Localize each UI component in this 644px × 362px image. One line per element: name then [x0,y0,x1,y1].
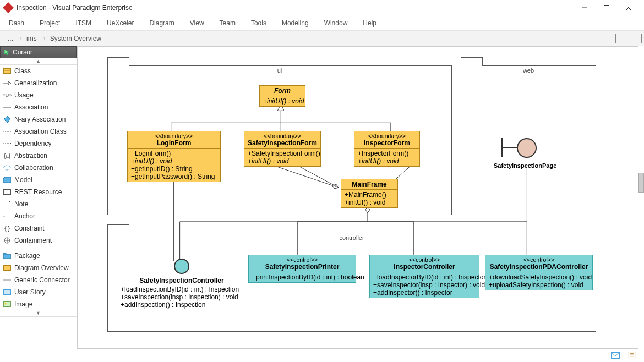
menu-uexceler[interactable]: UeXceler [107,19,134,27]
diagram-canvas[interactable]: ui web controller Form +initUI() : void [77,46,638,349]
contain-icon [3,237,11,244]
package-ui-label: ui [108,67,451,74]
svg-rect-17 [3,253,6,255]
toolbar-icon-1[interactable] [615,34,625,43]
palette-item-note[interactable]: Note [0,198,77,210]
palette-collapse-bottom[interactable]: ▼ [0,310,77,317]
maximize-button[interactable] [596,0,618,15]
svg-rect-45 [629,352,635,359]
mail-icon[interactable] [611,352,620,359]
class-safetyinspectionpdacontroller[interactable]: <<control>> SafetyInspectionPDAControlle… [485,255,593,290]
palette-item-containment[interactable]: Containment [0,234,77,246]
status-bar [0,349,644,362]
rest-icon [3,189,11,195]
us-icon [3,289,11,295]
palette-item-abstraction[interactable]: {a}Abstraction [0,150,77,162]
svg-point-10 [4,166,10,170]
usage-icon: «U» [3,92,11,98]
menu-window[interactable]: Window [324,19,348,27]
package-icon [3,253,11,259]
package-web-label: web [461,67,596,74]
class-safetyinspectionprinter[interactable]: <<control>> SafetyInspectionPrinter +pri… [248,255,356,283]
menu-diagram[interactable]: Diagram [149,19,174,27]
menu-tools[interactable]: Tools [251,19,266,27]
svg-rect-11 [4,190,11,195]
canvas-wrap: com.vp.demo.ims [77,46,644,349]
class-loginform[interactable]: <<boundary>> LoginForm +LoginForm() +ini… [127,131,221,182]
breadcrumb-bar: ... ims System Overview [0,31,644,46]
palette-item-n-ary-association[interactable]: N-ary Association [0,113,77,125]
breadcrumb-ims[interactable]: ims [21,34,42,43]
scrollbar-thumb[interactable] [638,173,644,193]
svg-point-22 [5,303,7,305]
palette-item-collaboration[interactable]: Collaboration [0,162,77,174]
svg-rect-1 [604,5,609,10]
menu-help[interactable]: Help [363,19,376,27]
assoc-icon [3,104,11,111]
dep-icon [3,140,11,147]
title-bar: Inspection - Visual Paradigm Enterprise [0,0,644,15]
menu-view[interactable]: View [190,19,204,27]
palette-item-generalization[interactable]: Generalization [0,77,77,89]
class-safetyinspectionform[interactable]: <<boundary>> SafetyInspectionForm +Safet… [244,131,321,167]
constraint-icon: { } [3,225,11,232]
svg-rect-4 [4,69,11,74]
abstr-icon: {a} [3,152,11,159]
class-inspectorcontroller[interactable]: <<control>> InspectorController +loadIns… [369,255,479,298]
menu-modeling[interactable]: Modeling [282,19,309,27]
palette-item-class[interactable]: Class [0,65,77,77]
tool-palette: Cursor ▲ ClassGeneralization«U»UsageAsso… [0,46,77,349]
class-safetyinspectionpage-label: SafetyInspectionPage [494,162,556,169]
note-icon [3,201,11,207]
palette-item-rest-resource[interactable]: REST Resource [0,186,77,198]
model-icon [3,177,11,183]
palette-item-user-story[interactable]: User Story [0,286,77,298]
class-icon [3,68,11,74]
minimize-button[interactable] [574,0,596,15]
menu-itsm[interactable]: ITSM [75,19,91,27]
toolbar-icon-2[interactable] [632,34,642,43]
note-icon[interactable] [627,352,636,359]
gen-icon [3,80,11,86]
svg-rect-20 [4,290,11,295]
nary-icon [3,116,11,123]
palette-item-image[interactable]: Image [0,298,77,310]
palette-item-usage[interactable]: «U»Usage [0,89,77,101]
palette-item-dependency[interactable]: Dependency [0,138,77,150]
palette-item-generic-connector[interactable]: Generic Connector [0,274,77,286]
svg-rect-21 [4,302,11,307]
class-mainframe[interactable]: MainFrame +MainFrame() +initUI() : void [341,179,398,208]
svg-rect-18 [4,266,11,271]
menu-team[interactable]: Team [220,19,236,27]
palette-item-model[interactable]: Model [0,174,77,186]
package-controller-label: controller [108,234,596,241]
svg-point-43 [174,259,189,273]
window-title: Inspection - Visual Paradigm Enterprise [17,4,574,12]
menu-bar: Dash Project ITSM UeXceler Diagram View … [0,15,644,31]
assocclass-icon [3,128,11,135]
menu-dash[interactable]: Dash [9,19,24,27]
palette-cursor-label: Cursor [13,48,32,56]
img-icon [3,301,11,308]
class-form[interactable]: Form +initUI() : void [259,85,305,107]
app-logo-icon [3,2,14,13]
palette-cursor[interactable]: Cursor [0,46,77,58]
palette-collapse-top[interactable]: ▲ [0,58,77,65]
menu-project[interactable]: Project [40,19,60,27]
close-button[interactable] [618,0,640,15]
palette-item-association[interactable]: Association [0,101,77,113]
palette-item-diagram-overview[interactable]: Diagram Overview [0,262,77,274]
collab-icon [3,164,11,171]
palette-item-anchor[interactable]: Anchor [0,210,77,222]
anchor-icon [3,213,11,220]
palette-item-package[interactable]: Package [0,250,77,262]
gc-icon [3,277,11,283]
class-safetyinspectioncontroller[interactable]: SafetyInspectionController +loadInspecti… [121,258,243,309]
class-inspectorform[interactable]: <<boundary>> InspectorForm +InspectorFor… [354,131,420,167]
palette-item-constraint[interactable]: { }Constraint [0,222,77,234]
breadcrumb-current[interactable]: System Overview [45,34,107,43]
palette-item-association-class[interactable]: Association Class [0,125,77,138]
main-area: Cursor ▲ ClassGeneralization«U»UsageAsso… [0,46,644,349]
breadcrumb-root[interactable]: ... [2,34,19,43]
dov-icon [3,265,11,271]
